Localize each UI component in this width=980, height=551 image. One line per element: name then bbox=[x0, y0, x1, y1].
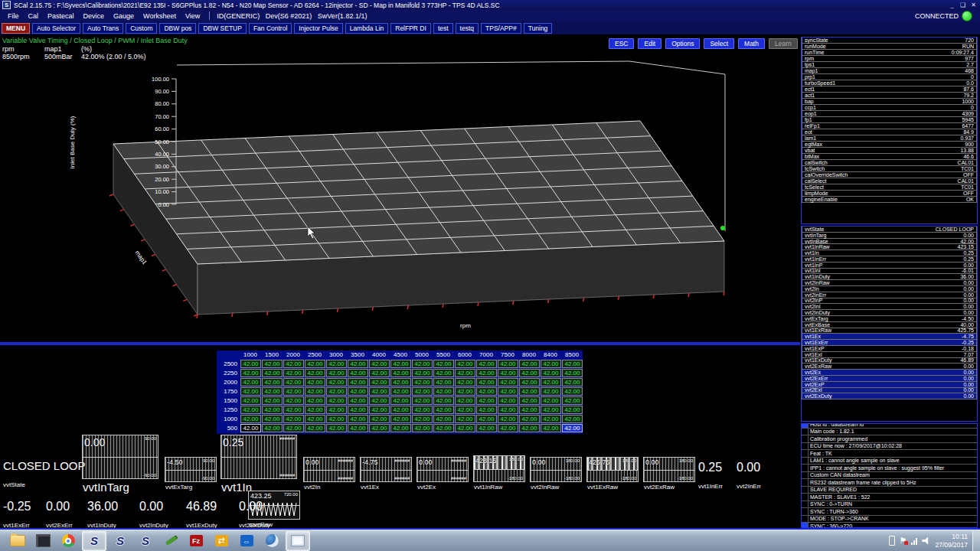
learn-button[interactable]: Learn bbox=[769, 38, 798, 49]
cell-1500-3000[interactable]: 42.00 bbox=[326, 396, 347, 405]
cell-1250-5000[interactable]: 42.00 bbox=[412, 406, 433, 414]
cell-2250-3000[interactable]: 42.00 bbox=[326, 369, 347, 377]
cell-500-3000[interactable]: 42.00 bbox=[326, 424, 347, 432]
cell-1000-8000[interactable]: 42.00 bbox=[519, 415, 540, 423]
log-row[interactable]: SYNC : 360->720 bbox=[802, 523, 977, 528]
cell-1750-3500[interactable]: 42.00 bbox=[348, 387, 368, 396]
taskbar-teamviewer[interactable]: ⇔ bbox=[235, 532, 258, 550]
menu-device[interactable]: Device bbox=[79, 12, 109, 20]
tab-menu[interactable]: MENU bbox=[2, 23, 30, 34]
log-row[interactable]: Calibration programmed bbox=[802, 435, 977, 443]
cell-1250-8400[interactable]: 42.00 bbox=[541, 406, 561, 414]
cell-1250-8000[interactable]: 42.00 bbox=[519, 406, 540, 414]
cell-2250-2500[interactable]: 42.00 bbox=[305, 369, 325, 377]
readout-vvt1exduty[interactable]: 46.89 bbox=[186, 500, 217, 514]
cell-2250-4000[interactable]: 42.00 bbox=[369, 369, 390, 377]
taskbar-scal-3[interactable]: S bbox=[134, 532, 157, 550]
select-button[interactable]: Select bbox=[704, 38, 734, 49]
cell-2000-1500[interactable]: 42.00 bbox=[262, 378, 283, 386]
menu-cal[interactable]: Cal bbox=[24, 12, 44, 20]
cell-500-4500[interactable]: 42.00 bbox=[390, 424, 411, 432]
tab-dbw-pos[interactable]: DBW pos bbox=[159, 23, 196, 34]
cell-1750-1000[interactable]: 42.00 bbox=[240, 387, 261, 396]
gauge-vvt1in[interactable]: 0.25############ bbox=[220, 435, 297, 479]
log-row[interactable]: SYNC : TURN->360 bbox=[802, 508, 977, 516]
readout-vvt1induty[interactable]: 36.00 bbox=[87, 500, 118, 514]
cell-1000-1500[interactable]: 42.00 bbox=[262, 415, 283, 423]
taskbar-filezilla[interactable]: Fz bbox=[185, 532, 207, 550]
taskbar-clock[interactable]: 10:11 27/09/2017 bbox=[935, 533, 968, 549]
col-header-5500[interactable]: 5500 bbox=[433, 350, 454, 360]
cell-1500-4000[interactable]: 42.00 bbox=[369, 396, 390, 405]
tab-auto-selector[interactable]: Auto Selector bbox=[32, 23, 80, 34]
cell-2000-4000[interactable]: 42.00 bbox=[369, 378, 390, 386]
cell-2000-8000[interactable]: 42.00 bbox=[519, 378, 540, 386]
taskbar-thunderbird[interactable] bbox=[260, 532, 283, 550]
cell-1000-2500[interactable]: 42.00 bbox=[305, 415, 325, 423]
cell-1750-8500[interactable]: 42.00 bbox=[562, 387, 583, 396]
cell-2500-5000[interactable]: 42.00 bbox=[412, 360, 433, 368]
log-row[interactable]: MODE : STOP->CRANK bbox=[802, 516, 977, 523]
cell-1000-4000[interactable]: 42.00 bbox=[369, 415, 390, 423]
cell-1500-3500[interactable]: 42.00 bbox=[348, 396, 368, 405]
row-header-500[interactable]: 500 bbox=[217, 424, 240, 433]
cell-2250-1000[interactable]: 42.00 bbox=[240, 369, 261, 377]
cell-1250-4500[interactable]: 42.00 bbox=[390, 406, 411, 414]
col-header-7000[interactable]: 7000 bbox=[475, 350, 497, 360]
cell-2000-3000[interactable]: 42.00 bbox=[326, 378, 347, 386]
cell-1250-2000[interactable]: 42.00 bbox=[283, 406, 304, 414]
cell-1250-8500[interactable]: 42.00 bbox=[562, 406, 583, 414]
cell-2250-1500[interactable]: 42.00 bbox=[262, 369, 283, 377]
tab-test[interactable]: test bbox=[433, 23, 453, 34]
cell-2500-7000[interactable]: 42.00 bbox=[476, 360, 497, 368]
tab-auto-trans[interactable]: Auto Trans bbox=[83, 23, 123, 34]
cell-1000-5500[interactable]: 42.00 bbox=[433, 415, 454, 423]
col-header-3000[interactable]: 3000 bbox=[325, 350, 347, 360]
cell-1250-3000[interactable]: 42.00 bbox=[326, 406, 347, 414]
log-row[interactable]: RS232 datastream frame rate clipped to 5… bbox=[802, 479, 977, 487]
tab-custom[interactable]: Custom bbox=[126, 23, 157, 34]
gauge-vvt2ex[interactable]: 0.00############ bbox=[416, 457, 469, 482]
cell-1000-7000[interactable]: 42.00 bbox=[476, 415, 497, 423]
readout-vvt2inerr[interactable]: 0.00 bbox=[737, 461, 760, 474]
cell-2500-8500[interactable]: 42.00 bbox=[562, 360, 583, 368]
gauge-vvtextarg[interactable]: -4.5090.00-90.00 bbox=[165, 457, 217, 482]
log-row[interactable]: IPP1 : cannot angle sample on slave : su… bbox=[802, 465, 977, 472]
cell-500-1500[interactable]: 42.00 bbox=[262, 424, 283, 432]
cell-1000-4500[interactable]: 42.00 bbox=[390, 415, 411, 423]
cell-500-8400[interactable]: 42.00 bbox=[541, 424, 561, 432]
cell-2000-7500[interactable]: 42.00 bbox=[498, 378, 518, 386]
cell-1750-7500[interactable]: 42.00 bbox=[498, 387, 518, 396]
cell-1750-2000[interactable]: 42.00 bbox=[283, 387, 304, 396]
cell-2500-6000[interactable]: 42.00 bbox=[455, 360, 475, 368]
gauge-vvt1ex[interactable]: -4.75############ bbox=[360, 457, 412, 482]
col-header-8000[interactable]: 8000 bbox=[518, 350, 540, 360]
cell-1250-6000[interactable]: 42.00 bbox=[455, 406, 475, 414]
cell-1000-8400[interactable]: 42.00 bbox=[541, 415, 561, 423]
col-header-2500[interactable]: 2500 bbox=[304, 350, 325, 360]
cell-500-8500[interactable]: 42.00 bbox=[562, 424, 583, 432]
cell-1000-7500[interactable]: 42.00 bbox=[498, 415, 518, 423]
menu-gauge[interactable]: Gauge bbox=[109, 12, 139, 20]
cell-1750-4000[interactable]: 42.00 bbox=[369, 387, 390, 396]
cell-2500-2500[interactable]: 42.00 bbox=[305, 360, 325, 368]
cell-2000-6000[interactable]: 42.00 bbox=[455, 378, 475, 386]
cell-1000-5000[interactable]: 42.00 bbox=[412, 415, 433, 423]
cell-1500-8500[interactable]: 42.00 bbox=[562, 396, 583, 405]
cell-2250-4500[interactable]: 42.00 bbox=[390, 369, 411, 377]
cell-1250-7500[interactable]: 42.00 bbox=[498, 406, 518, 414]
log-row[interactable]: SYNC : 0->TURN bbox=[802, 501, 977, 509]
tab-dbw-setup[interactable]: DBW SETUP bbox=[198, 23, 247, 34]
esc-button[interactable]: ESC bbox=[609, 38, 634, 49]
gauge-vvt2in[interactable]: 0.00############ bbox=[303, 457, 355, 482]
cell-1750-2500[interactable]: 42.00 bbox=[305, 387, 325, 396]
cell-1750-3000[interactable]: 42.00 bbox=[326, 387, 347, 396]
tab-tps-app[interactable]: TPS/APP# bbox=[481, 23, 521, 34]
volume-icon[interactable] bbox=[922, 537, 930, 545]
cell-2250-5500[interactable]: 42.00 bbox=[433, 369, 454, 377]
splitter[interactable] bbox=[0, 342, 800, 345]
col-header-8500[interactable]: 8500 bbox=[561, 350, 583, 360]
cell-1500-4500[interactable]: 42.00 bbox=[390, 396, 411, 405]
cell-2250-3500[interactable]: 42.00 bbox=[348, 369, 368, 377]
tab-injector-pulse[interactable]: Injector Pulse bbox=[294, 23, 343, 34]
